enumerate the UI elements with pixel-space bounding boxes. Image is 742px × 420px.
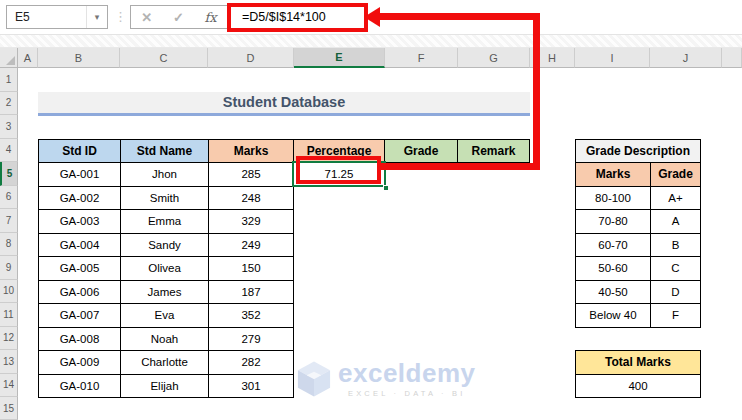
name-box[interactable]: E5 ▾ [6, 5, 108, 29]
insert-function-icon[interactable]: fx [204, 10, 216, 25]
cell-grade[interactable]: A+ [651, 187, 701, 211]
formula-bar-buttons: ✕ ✓ fx [130, 5, 228, 29]
cell-std-name[interactable]: Eva [121, 304, 209, 328]
grade-desc-header-marks[interactable]: Marks [576, 163, 651, 187]
formula-bar-separator: ⋮ [114, 9, 126, 24]
header-std-id[interactable]: Std ID [39, 140, 121, 164]
cell-std-name[interactable]: Noah [121, 328, 209, 352]
cell-marks-range[interactable]: 60-70 [576, 234, 651, 258]
title-cell[interactable]: Student Database [38, 92, 530, 116]
row-header-4[interactable]: 4 [0, 139, 18, 163]
col-header-D[interactable]: D [208, 48, 294, 68]
cell-grade[interactable]: A [651, 210, 701, 234]
cell-marks-range[interactable]: Below 40 [576, 304, 651, 328]
cell-grade[interactable]: B [651, 234, 701, 258]
cell-marks-range[interactable]: 80-100 [576, 187, 651, 211]
cell-marks[interactable]: 301 [209, 375, 294, 399]
row-header-10[interactable]: 10 [0, 280, 18, 304]
header-remark[interactable]: Remark [458, 139, 530, 164]
row-header-7[interactable]: 7 [0, 209, 18, 233]
cell-std-name[interactable]: Emma [121, 210, 209, 234]
cell-marks[interactable]: 248 [209, 187, 294, 211]
cell-marks[interactable]: 187 [209, 281, 294, 305]
cell-std-name[interactable]: Smith [121, 187, 209, 211]
col-header-I[interactable]: I [575, 48, 650, 68]
name-box-value: E5 [7, 10, 86, 24]
cell-marks[interactable]: 285 [209, 163, 294, 187]
cell-marks[interactable]: 282 [209, 351, 294, 375]
cancel-icon[interactable]: ✕ [141, 10, 152, 25]
excel-window: E5 ▾ ⋮ ✕ ✓ fx =D5/$I$14*100 A B C D E F … [0, 0, 742, 420]
cell-std-name[interactable]: Elijah [121, 375, 209, 399]
grade-row: 40-50 D [576, 281, 701, 305]
fill-handle[interactable] [383, 185, 389, 191]
row-header-5[interactable]: 5 [0, 162, 18, 186]
grade-row: 50-60 C [576, 257, 701, 281]
col-header-C[interactable]: C [120, 48, 208, 68]
row-header-13[interactable]: 13 [0, 350, 18, 374]
cell-std-id[interactable]: GA-007 [39, 304, 121, 328]
cell-std-id[interactable]: GA-010 [39, 375, 121, 399]
col-header-J[interactable]: J [650, 48, 722, 68]
col-header-G[interactable]: G [458, 48, 530, 68]
cell-marks[interactable]: 329 [209, 210, 294, 234]
cell-std-id[interactable]: GA-002 [39, 187, 121, 211]
cell-marks[interactable]: 279 [209, 328, 294, 352]
row-header-8[interactable]: 8 [0, 233, 18, 257]
header-grade[interactable]: Grade [385, 139, 458, 164]
cell-marks-range[interactable]: 40-50 [576, 281, 651, 305]
row-header-2[interactable]: 2 [0, 92, 18, 116]
enter-icon[interactable]: ✓ [173, 10, 184, 25]
row-header-11[interactable]: 11 [0, 303, 18, 327]
cell-std-name[interactable]: Jhon [121, 163, 209, 187]
row-header-6[interactable]: 6 [0, 186, 18, 210]
col-header-F[interactable]: F [385, 48, 458, 68]
header-std-name[interactable]: Std Name [121, 140, 209, 164]
cell-std-name[interactable]: Olivea [121, 257, 209, 281]
row-header-1[interactable]: 1 [0, 68, 18, 92]
row-header-15[interactable]: 15 [0, 397, 18, 420]
cell-marks-range[interactable]: 50-60 [576, 257, 651, 281]
header-marks[interactable]: Marks [209, 140, 294, 164]
grade-desc-title[interactable]: Grade Description [576, 140, 701, 164]
select-all-corner[interactable] [0, 48, 18, 68]
grade-desc-header-grade[interactable]: Grade [651, 163, 701, 187]
total-marks-value[interactable]: 400 [576, 375, 701, 399]
cell-std-id[interactable]: GA-001 [39, 163, 121, 187]
table-row: GA-008 Noah 279 [39, 328, 294, 352]
col-header-A[interactable]: A [18, 48, 38, 68]
exceldemy-watermark: exceldemy EXCEL · DATA · BI [296, 360, 475, 398]
row-header-14[interactable]: 14 [0, 374, 18, 398]
table-row: GA-007 Eva 352 [39, 304, 294, 328]
chevron-down-icon[interactable]: ▾ [86, 6, 107, 28]
row-header-3[interactable]: 3 [0, 115, 18, 139]
cell-std-id[interactable]: GA-009 [39, 351, 121, 375]
cell-grade[interactable]: F [651, 304, 701, 328]
cell-std-id[interactable]: GA-003 [39, 210, 121, 234]
grade-desc-header-row: Marks Grade [576, 163, 701, 187]
cell-grade[interactable]: C [651, 257, 701, 281]
select-all-triangle-icon [6, 56, 15, 65]
total-marks-label[interactable]: Total Marks [576, 351, 701, 375]
cell-std-name[interactable]: James [121, 281, 209, 305]
table-row: GA-010 Elijah 301 [39, 375, 294, 399]
cell-marks[interactable]: 150 [209, 257, 294, 281]
red-arrow-vertical-line [533, 13, 540, 170]
row-header-12[interactable]: 12 [0, 327, 18, 351]
cell-grade[interactable]: D [651, 281, 701, 305]
col-header-K-partial[interactable] [722, 48, 742, 68]
col-header-E[interactable]: E [294, 48, 385, 68]
watermark-brand-text: exceldemy [338, 360, 475, 386]
row-header-9[interactable]: 9 [0, 256, 18, 280]
e5-red-highlight-box [296, 156, 381, 184]
cell-std-id[interactable]: GA-004 [39, 234, 121, 258]
cell-std-id[interactable]: GA-006 [39, 281, 121, 305]
cell-std-name[interactable]: Charlotte [121, 351, 209, 375]
cell-marks-range[interactable]: 70-80 [576, 210, 651, 234]
cell-marks[interactable]: 352 [209, 304, 294, 328]
cell-marks[interactable]: 249 [209, 234, 294, 258]
cell-std-name[interactable]: Sandy [121, 234, 209, 258]
cell-std-id[interactable]: GA-008 [39, 328, 121, 352]
col-header-B[interactable]: B [38, 48, 120, 68]
cell-std-id[interactable]: GA-005 [39, 257, 121, 281]
